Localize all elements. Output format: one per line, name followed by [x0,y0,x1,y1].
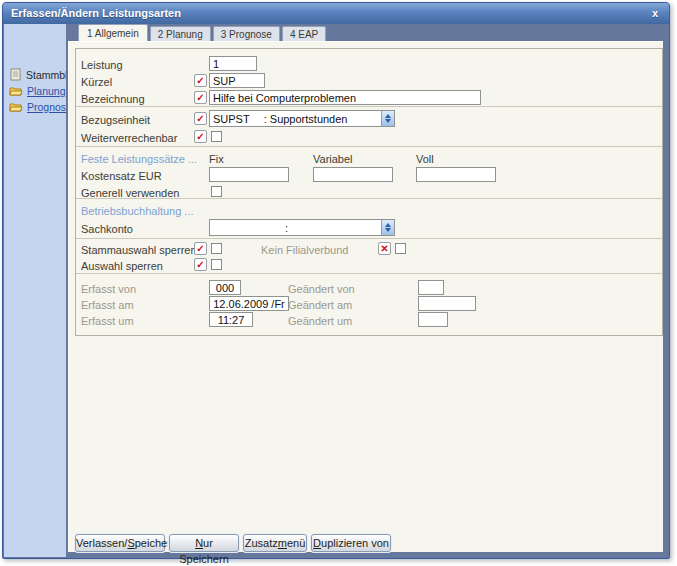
kostensatz-fix-input[interactable] [209,167,289,182]
geaendert-um-label: Geändert um [288,315,352,327]
bezeichnung-input[interactable] [209,90,481,105]
sidebar-item-prognose[interactable]: Prognose [4,99,66,115]
separator [76,198,662,199]
kostensatz-label: Kostensatz EUR [81,170,162,182]
stammauswahl-sperren-checkbox[interactable] [211,243,222,254]
separator [76,273,662,274]
geaendert-am-label: Geändert am [288,299,352,311]
folder-icon [9,85,23,97]
sidebar-item-planung[interactable]: Planung [4,83,66,99]
separator [76,146,662,147]
bezugseinheit-label: Bezugseinheit [81,114,150,126]
separator [76,238,662,239]
stammauswahl-edit-check-icon[interactable] [194,242,207,255]
nur-speichern-button[interactable]: Nur Speichern [169,534,239,552]
sidebar-item-label[interactable]: Planung [27,85,66,97]
erfasst-von-label: Erfasst von [81,283,136,295]
sachkonto-label: Sachkonto [81,223,133,235]
weiterverrechenbar-checkbox[interactable] [211,131,222,142]
kuerzel-label: Kürzel [81,76,112,88]
geaendert-um-input[interactable] [418,312,448,327]
auswahl-sperren-label: Auswahl sperren [81,260,163,272]
sachkonto-combobox[interactable]: : [209,219,395,236]
kuerzel-edit-check-icon[interactable] [194,74,207,87]
geaendert-von-input[interactable] [418,280,444,295]
stammauswahl-sperren-label: Stammauswahl sperren [81,244,197,256]
tab-allgemein[interactable]: 1 Allgemein [78,24,148,41]
zusatzmenu-button[interactable]: Zusatzmenü [243,534,307,552]
column-fix-label: Fix [209,153,224,165]
combo-arrows-icon[interactable] [381,111,394,126]
kein-filialverbund-checkbox[interactable] [395,243,406,254]
bezeichnung-label: Bezeichnung [81,93,145,105]
folder-icon [9,101,23,113]
kuerzel-input[interactable] [209,73,265,88]
feste-leistungssaetze-heading: Feste Leistungssätze ... [81,153,197,165]
erfasst-am-label: Erfasst am [81,299,134,311]
column-voll-label: Voll [416,153,434,165]
leistung-label: Leistung [81,59,123,71]
separator [76,106,662,107]
tab-planung[interactable]: 2 Planung [150,26,211,41]
erfasst-von-input[interactable] [209,280,241,295]
window-title: Erfassen/Ändern Leistungsarten [11,7,181,19]
kein-filialverbund-cross-icon[interactable] [378,242,391,255]
erfasst-um-input[interactable] [209,312,253,327]
erfasst-am-input[interactable] [209,296,289,311]
close-icon[interactable]: x [652,3,658,23]
tab-page-allgemein: Leistung Kürzel Bezeichnung Bezugseinhei… [68,41,663,552]
combo-arrows-icon[interactable] [381,220,394,235]
auswahl-sperren-checkbox[interactable] [211,259,222,270]
tab-eap[interactable]: 4 EAP [282,26,326,41]
generell-verwenden-checkbox[interactable] [211,186,222,197]
form-icon [9,68,22,81]
bezugseinheit-value-desc: : Supportstunden [264,113,348,125]
main-area: 1 Allgemein 2 Planung 3 Prognose 4 EAP L… [66,24,668,557]
sidebar: Stammblatt Planung Prognose [4,24,66,557]
weiterverrechenbar-edit-check-icon[interactable] [194,130,207,143]
bezeichnung-edit-check-icon[interactable] [194,91,207,104]
window-body: Stammblatt Planung Prognose 1 Allgemein [4,24,668,557]
weiterverrechenbar-label: Weiterverrechenbar [81,132,177,144]
tab-strip: 1 Allgemein 2 Planung 3 Prognose 4 EAP [66,24,668,41]
tab-prognose[interactable]: 3 Prognose [213,26,280,41]
geaendert-am-input[interactable] [418,296,476,311]
leistung-input[interactable] [209,56,257,71]
verlassen-speichern-button[interactable]: Verlassen/Speichern [75,534,165,552]
sidebar-item-stammblatt[interactable]: Stammblatt [4,66,66,83]
erfasst-um-label: Erfasst um [81,315,134,327]
geaendert-von-label: Geändert von [288,283,355,295]
duplizieren-von-button[interactable]: Duplizieren von [311,534,391,552]
bezugseinheit-combobox[interactable]: SUPST : Supportstunden [209,110,395,127]
column-variabel-label: Variabel [313,153,353,165]
bezugseinheit-value-code: SUPST [213,113,250,125]
title-bar[interactable]: Erfassen/Ändern Leistungsarten x [3,3,669,24]
dialog-window: Erfassen/Ändern Leistungsarten x Stammbl… [2,2,670,559]
sachkonto-value: : [213,222,288,234]
kostensatz-voll-input[interactable] [416,167,496,182]
kein-filialverbund-label: Kein Filialverbund [261,244,348,256]
bezugseinheit-edit-check-icon[interactable] [194,112,207,125]
auswahl-edit-check-icon[interactable] [194,258,207,271]
kostensatz-variabel-input[interactable] [313,167,393,182]
betriebsbuchhaltung-heading: Betriebsbuchhaltung ... [81,205,194,217]
